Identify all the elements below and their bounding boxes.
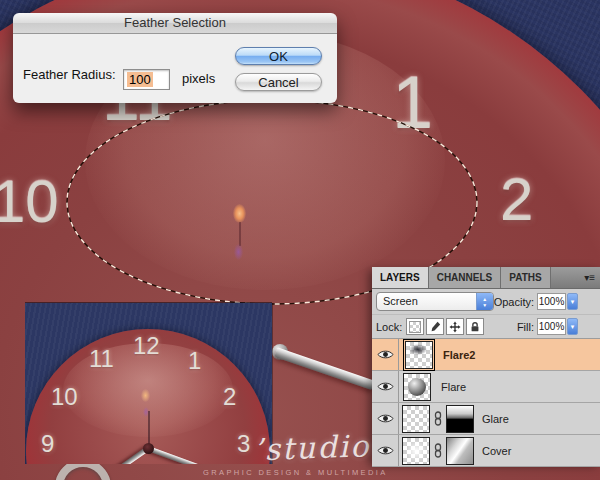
blend-mode-value: Screen [383,295,418,307]
eye-icon [377,413,394,424]
layer-row-flare2[interactable]: Flare2 [372,339,600,371]
fill-dropdown-icon[interactable]: ▼ [567,318,578,335]
move-icon [449,321,461,333]
feather-radius-input[interactable]: 100 [123,69,170,90]
layer-row-flare[interactable]: Flare [372,371,600,403]
tab-paths[interactable]: PATHS [501,267,550,288]
layer-name: Glare [482,413,509,425]
visibility-toggle[interactable] [372,435,399,466]
tab-layers[interactable]: LAYERS [372,267,429,288]
photoshop-canvas: 11 1 10 2 12 11 1 10 2 9 3 ’studios GRAP… [0,0,600,480]
blend-stepper-icon[interactable]: ▲ ▼ [476,293,493,310]
layer-name: Cover [482,445,511,457]
opacity-value-field[interactable]: 100% [537,293,566,310]
feather-radius-label: Feather Radius: [23,67,116,82]
cancel-button[interactable]: Cancel [235,73,322,91]
flare-thumb-content [408,378,426,396]
watermark-tagline: GRAPHIC DESIGN & MULTIMEDIA [203,468,388,477]
panel-tab-bar: LAYERS CHANNELS PATHS ▾≡ [372,267,600,289]
layer-mask-thumbnail[interactable] [446,405,474,433]
layer-name: Flare2 [443,349,475,361]
feather-radius-value: 100 [127,72,153,87]
lock-all-button[interactable] [466,318,484,335]
opacity-label: Opacity: [494,296,534,308]
layer-row-cover[interactable]: Cover [372,435,600,467]
inset-lens-flare-orange [141,389,150,402]
watermark-studios: ’studios [252,428,388,468]
layers-panel: LAYERS CHANNELS PATHS ▾≡ Screen ▲ ▼ Opac… [372,267,600,463]
inset-number-1: 1 [188,349,201,373]
eye-icon [377,381,394,392]
brush-icon [429,321,441,333]
fill-value-field[interactable]: 100% [537,318,566,335]
feather-selection-dialog: Feather Selection Feather Radius: 100 pi… [13,13,337,103]
stepper-down-icon: ▼ [482,302,487,308]
inset-number-12: 12 [133,334,160,358]
layer-thumbnail[interactable] [402,405,430,433]
inset-clock-hub [143,443,154,454]
inset-number-10: 10 [51,385,78,409]
lock-pixels-button[interactable] [426,318,444,335]
blend-mode-row: Screen ▲ ▼ Opacity: 100% ▼ [372,289,600,315]
inset-number-3: 3 [237,432,250,456]
visibility-toggle[interactable] [372,371,399,402]
layer-thumbnail[interactable] [402,437,430,465]
visibility-toggle[interactable] [372,339,399,370]
fill-label: Fill: [517,321,534,333]
layer-thumbnail[interactable] [403,373,431,401]
pixels-unit-label: pixels [182,71,215,86]
lock-row: Lock: Fill: 100% ▼ [372,315,600,339]
blend-mode-select[interactable]: Screen ▲ ▼ [376,292,494,311]
layer-thumbnail[interactable] [405,341,433,369]
inset-number-11: 11 [89,347,114,371]
ok-button[interactable]: OK [235,47,322,65]
clock-preview-inset: 12 11 1 10 2 9 3 [25,303,272,464]
lock-label: Lock: [376,321,402,333]
inset-second-hand [148,411,150,447]
layer-row-glare[interactable]: Glare [372,403,600,435]
visibility-toggle[interactable] [372,403,399,434]
mask-link-icon[interactable] [432,411,444,426]
mask-link-icon[interactable] [432,443,444,458]
panel-menu-icon[interactable]: ▾≡ [579,267,600,288]
cover-thumb-content [405,440,427,462]
lock-transparency-button[interactable] [406,318,424,335]
inset-number-2: 2 [223,385,236,409]
inset-number-9: 9 [41,432,54,456]
opacity-dropdown-icon[interactable]: ▼ [567,293,578,310]
transparency-icon [409,321,421,333]
flare2-thumb-content [409,344,427,355]
dialog-body: Feather Radius: 100 pixels OK Cancel [13,34,337,103]
eye-icon [377,349,394,360]
tab-channels[interactable]: CHANNELS [429,267,502,288]
eye-icon [377,445,394,456]
padlock-icon [469,321,481,333]
layer-name: Flare [441,381,466,393]
lock-position-button[interactable] [446,318,464,335]
layer-mask-thumbnail[interactable] [446,437,474,465]
dialog-title-bar[interactable]: Feather Selection [13,13,337,34]
